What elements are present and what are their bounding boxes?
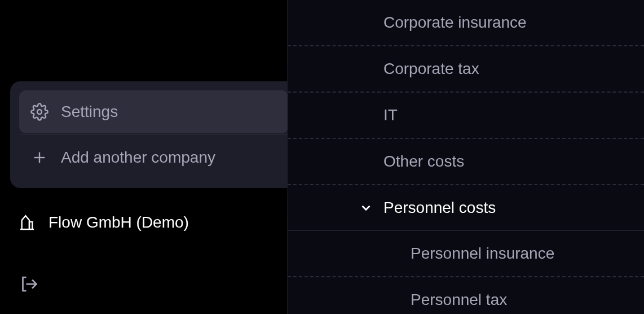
category-item-it[interactable]: IT <box>288 93 644 139</box>
svg-point-0 <box>37 110 42 114</box>
menu-divider <box>19 134 288 135</box>
add-company-label: Add another company <box>61 149 215 167</box>
category-label: Personnel costs <box>383 199 496 217</box>
category-item-personnel-insurance[interactable]: Personnel insurance <box>288 231 644 277</box>
category-item-other-costs[interactable]: Other costs <box>288 139 644 185</box>
settings-label: Settings <box>61 103 118 121</box>
category-label: Personnel tax <box>411 291 507 309</box>
category-item-personnel-costs[interactable]: Personnel costs <box>288 185 644 231</box>
categories-panel: Corporate insurance Corporate tax IT Oth… <box>288 0 644 314</box>
category-item-corporate-tax[interactable]: Corporate tax <box>288 46 644 93</box>
plus-icon <box>30 149 48 167</box>
category-label: Personnel insurance <box>411 245 554 263</box>
gear-icon <box>30 103 48 121</box>
category-label: Corporate insurance <box>383 14 527 32</box>
add-company-menu-item[interactable]: Add another company <box>19 136 288 179</box>
category-item-personnel-tax[interactable]: Personnel tax <box>288 277 644 314</box>
category-item-corporate-insurance[interactable]: Corporate insurance <box>288 0 644 46</box>
left-sidebar: Settings Add another company Flow GmbH (… <box>0 0 288 314</box>
logout-icon <box>19 274 39 294</box>
company-popup-menu: Settings Add another company <box>10 81 297 188</box>
company-selector[interactable]: Flow GmbH (Demo) <box>18 213 189 232</box>
category-label: Other costs <box>383 152 464 171</box>
logout-button[interactable] <box>18 273 39 295</box>
building-icon <box>18 213 36 232</box>
category-label: Corporate tax <box>383 60 479 78</box>
chevron-down-icon <box>359 200 373 215</box>
category-label: IT <box>383 106 398 124</box>
settings-menu-item[interactable]: Settings <box>19 90 288 133</box>
company-name-label: Flow GmbH (Demo) <box>48 213 189 232</box>
